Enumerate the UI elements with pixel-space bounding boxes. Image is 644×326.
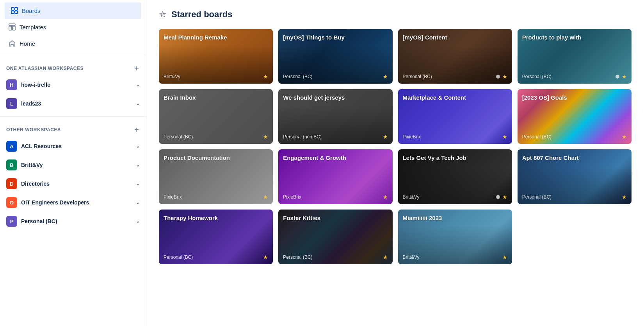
svg-rect-5 xyxy=(9,26,12,30)
board-footer-extras: ★ xyxy=(263,254,268,260)
board-footer-extras: ★ xyxy=(622,194,627,200)
board-card-miami[interactable]: Miamiiiiii 2023Britt&Vy★ xyxy=(398,210,512,264)
add-workspace-button[interactable]: + xyxy=(133,64,140,72)
board-footer: Personal (non BC)★ xyxy=(283,134,388,140)
sidebar-item-leads23[interactable]: L leads23 ⌄ xyxy=(0,94,146,113)
board-star-icon[interactable]: ★ xyxy=(622,134,627,140)
divider-2 xyxy=(0,116,146,116)
board-footer-extras: ★ xyxy=(383,194,388,200)
board-star-icon[interactable]: ★ xyxy=(622,73,627,80)
directories-label: Directories xyxy=(21,181,50,187)
board-star-icon[interactable]: ★ xyxy=(263,134,268,140)
board-title: We should get jerseys xyxy=(283,94,388,102)
board-card-goals[interactable]: [2023 OS] GoalsPersonal (BC)★ xyxy=(518,89,632,144)
main-content: ☆ Starred boards Meal Planning RemakeBri… xyxy=(146,0,644,326)
board-card-myos-things[interactable]: [myOS] Things to BuyPersonal (BC)★ xyxy=(278,29,392,84)
board-card-foster-kitties[interactable]: Foster KittiesPersonal (BC)★ xyxy=(278,210,392,264)
board-footer: Britt&Vy★ xyxy=(403,194,507,200)
sidebar-item-home[interactable]: Home xyxy=(2,35,144,52)
leads23-avatar: L xyxy=(6,98,17,109)
boards-icon xyxy=(11,7,18,14)
board-star-icon[interactable]: ★ xyxy=(502,254,507,260)
board-workspace-label: Britt&Vy xyxy=(164,74,180,79)
board-card-products-play[interactable]: Products to play withPersonal (BC)★ xyxy=(518,29,632,84)
board-title: [myOS] Things to Buy xyxy=(283,34,388,41)
workspaces-section-header: One Atlassian Workspaces + xyxy=(0,58,146,75)
board-star-icon[interactable]: ★ xyxy=(502,194,507,200)
sidebar-item-oit[interactable]: O OiT Engineers Developers ⌄ xyxy=(0,193,146,212)
board-workspace-label: Personal (BC) xyxy=(283,74,312,79)
board-card-chore-chart[interactable]: Apt 807 Chore ChartPersonal (BC)★ xyxy=(518,149,632,204)
board-star-icon[interactable]: ★ xyxy=(263,73,268,80)
board-star-icon[interactable]: ★ xyxy=(383,254,388,260)
sidebar-item-brittvy[interactable]: B Britt&Vy ⌄ xyxy=(0,156,146,174)
board-card-engagement[interactable]: Engagement & GrowthPixieBrix★ xyxy=(278,149,392,204)
board-content: Lets Get Vy a Tech JobBritt&Vy★ xyxy=(398,149,512,204)
board-footer: Personal (BC)★ xyxy=(283,254,388,260)
board-star-icon[interactable]: ★ xyxy=(383,134,388,140)
board-star-icon[interactable]: ★ xyxy=(383,194,388,200)
board-title: Engagement & Growth xyxy=(283,154,388,162)
board-card-myos-content[interactable]: [myOS] ContentPersonal (BC)★ xyxy=(398,29,512,84)
oit-avatar: O xyxy=(6,197,17,208)
svg-rect-1 xyxy=(11,11,14,14)
svg-rect-0 xyxy=(11,7,14,10)
board-star-icon[interactable]: ★ xyxy=(263,194,268,200)
board-workspace-label: Personal (BC) xyxy=(522,74,551,79)
sidebar: Boards Templates Home One Atlassian W xyxy=(0,0,146,326)
board-content: Product DocumentationPixieBrix★ xyxy=(159,149,273,204)
board-card-marketplace[interactable]: Marketplace & ContentPixieBrix★ xyxy=(398,89,512,144)
board-footer-extras: ★ xyxy=(263,194,268,200)
board-footer: Personal (BC)★ xyxy=(522,73,627,80)
board-workspace-label: Personal (BC) xyxy=(522,134,551,140)
divider-1 xyxy=(0,55,146,55)
sidebar-item-acl[interactable]: A ACL Resources ⌄ xyxy=(0,137,146,156)
board-footer: Britt&Vy★ xyxy=(403,254,507,260)
board-content: Brain InboxPersonal (BC)★ xyxy=(159,89,273,144)
board-footer: Personal (BC)★ xyxy=(403,73,507,80)
workspaces-section-label: One Atlassian Workspaces xyxy=(6,66,84,71)
board-content: Therapy HomeworkPersonal (BC)★ xyxy=(159,210,273,264)
board-workspace-label: Personal (BC) xyxy=(164,134,193,140)
chevron-down-icon-7: ⌄ xyxy=(136,219,140,224)
sidebar-item-templates[interactable]: Templates xyxy=(2,19,144,35)
board-star-icon[interactable]: ★ xyxy=(383,73,388,80)
board-card-meal-planning[interactable]: Meal Planning RemakeBritt&Vy★ xyxy=(159,29,273,84)
board-card-brain-inbox[interactable]: Brain InboxPersonal (BC)★ xyxy=(159,89,273,144)
chevron-down-icon-2: ⌄ xyxy=(136,101,140,106)
sidebar-item-directories[interactable]: D Directories ⌄ xyxy=(0,174,146,193)
board-footer: Personal (BC)★ xyxy=(164,134,268,140)
board-title: Foster Kitties xyxy=(283,214,388,222)
board-content: We should get jerseysPersonal (non BC)★ xyxy=(278,89,392,144)
board-star-icon[interactable]: ★ xyxy=(263,254,268,260)
board-title: Marketplace & Content xyxy=(403,94,507,102)
board-card-product-docs[interactable]: Product DocumentationPixieBrix★ xyxy=(159,149,273,204)
board-content: Miamiiiiii 2023Britt&Vy★ xyxy=(398,210,512,264)
boards-label: Boards xyxy=(22,7,41,14)
sidebar-item-how-i-trello[interactable]: H how-i-trello ⌄ xyxy=(0,75,146,94)
sidebar-item-personal-bc[interactable]: P Personal (BC) ⌄ xyxy=(0,212,146,231)
board-star-icon[interactable]: ★ xyxy=(502,134,507,140)
board-card-jerseys[interactable]: We should get jerseysPersonal (non BC)★ xyxy=(278,89,392,144)
acl-label: ACL Resources xyxy=(21,143,62,149)
board-content: Products to play withPersonal (BC)★ xyxy=(518,29,632,84)
svg-rect-6 xyxy=(12,26,15,30)
board-card-therapy[interactable]: Therapy HomeworkPersonal (BC)★ xyxy=(159,210,273,264)
board-workspace-label: Personal (non BC) xyxy=(283,134,322,140)
board-title: [2023 OS] Goals xyxy=(522,94,627,102)
board-star-icon[interactable]: ★ xyxy=(502,73,507,80)
templates-icon xyxy=(9,23,16,30)
board-dot xyxy=(496,195,500,199)
oit-label: OiT Engineers Developers xyxy=(21,199,89,206)
page-title: Starred boards xyxy=(171,9,233,20)
board-content: [myOS] Things to BuyPersonal (BC)★ xyxy=(278,29,392,84)
chevron-down-icon-6: ⌄ xyxy=(136,200,140,205)
board-footer: Personal (BC)★ xyxy=(522,134,627,140)
sidebar-item-boards[interactable]: Boards xyxy=(5,2,141,19)
add-other-workspace-button[interactable]: + xyxy=(133,126,140,134)
board-card-tech-job[interactable]: Lets Get Vy a Tech JobBritt&Vy★ xyxy=(398,149,512,204)
board-content: [myOS] ContentPersonal (BC)★ xyxy=(398,29,512,84)
board-star-icon[interactable]: ★ xyxy=(622,194,627,200)
board-footer-extras: ★ xyxy=(496,73,507,80)
board-workspace-label: Personal (BC) xyxy=(522,194,551,200)
